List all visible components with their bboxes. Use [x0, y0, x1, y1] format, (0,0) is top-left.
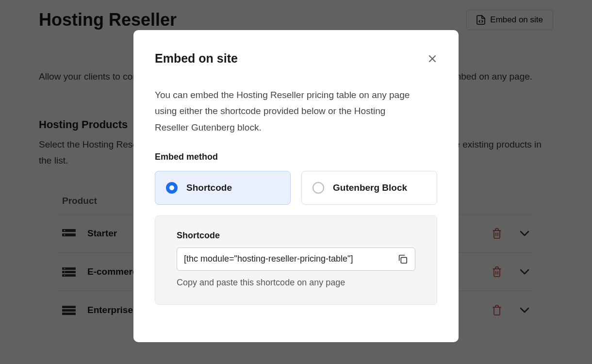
- shortcode-field[interactable]: [thc module="hosting-reseller-pricing-ta…: [177, 248, 415, 271]
- close-icon: [428, 54, 437, 64]
- embed-method-gutenberg[interactable]: Gutenberg Block: [301, 171, 437, 205]
- shortcode-help: Copy and paste this shortcode on any pag…: [177, 278, 415, 288]
- embed-method-label: Embed method: [155, 152, 437, 162]
- radio-label: Gutenberg Block: [333, 182, 407, 193]
- shortcode-value: [thc module="hosting-reseller-pricing-ta…: [184, 254, 393, 264]
- shortcode-label: Shortcode: [177, 231, 415, 241]
- modal-overlay[interactable]: Embed on site You can embed the Hosting …: [0, 0, 592, 364]
- shortcode-panel: Shortcode [thc module="hosting-reseller-…: [155, 215, 437, 305]
- radio-unselected-icon: [312, 182, 324, 194]
- radio-label: Shortcode: [186, 182, 232, 193]
- copy-icon: [397, 254, 408, 265]
- copy-button[interactable]: [397, 254, 408, 265]
- radio-selected-icon: [166, 182, 178, 194]
- svg-rect-19: [401, 257, 407, 263]
- modal-title: Embed on site: [155, 51, 238, 66]
- embed-modal: Embed on site You can embed the Hosting …: [133, 30, 459, 342]
- modal-description: You can embed the Hosting Reseller prici…: [155, 87, 417, 135]
- close-button[interactable]: [428, 54, 437, 64]
- embed-method-shortcode[interactable]: Shortcode: [155, 171, 291, 205]
